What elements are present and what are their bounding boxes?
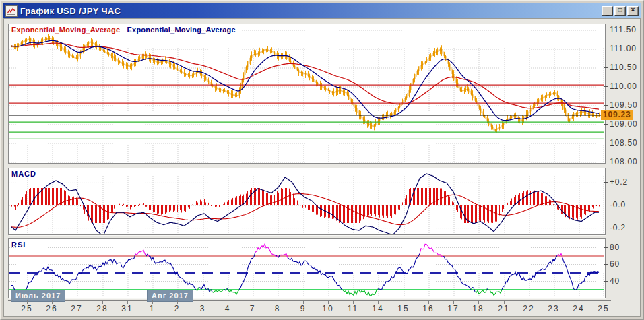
main-chart-panel: Exponential_Moving_Average Exponential_M… (8, 24, 606, 164)
date-label: 1 (150, 304, 156, 313)
rsi-line (420, 244, 443, 257)
rsi-line (135, 250, 146, 256)
price-scale-tick (604, 143, 608, 143)
close-icon: × (631, 7, 635, 13)
price-tick-label: 108.50 (610, 138, 638, 148)
price-scale-tick (604, 49, 608, 49)
price-scale-tick (604, 124, 608, 125)
window-title: График USD /JPY ЧАС (20, 6, 602, 16)
date-label: 17 (447, 304, 459, 313)
price-scale-tick (604, 30, 608, 30)
month-badge-august: Авг 2017 (147, 290, 193, 302)
candles-layer (11, 34, 600, 133)
month-badge-july: Июль 2017 (11, 290, 65, 302)
rsi-line (562, 258, 575, 290)
date-label: 26 (46, 304, 57, 313)
ema-legend-blue: Exponential_Moving_Average (127, 26, 236, 34)
date-label: 22 (523, 304, 534, 313)
rsi-chart[interactable] (9, 239, 605, 298)
price-tick-label: 109.00 (610, 119, 638, 129)
window-titlebar[interactable]: График USD /JPY ЧАС _ □ × (3, 3, 641, 18)
rsi-line (255, 244, 276, 256)
price-scale-tick (604, 105, 608, 106)
date-label: 16 (422, 304, 434, 313)
price-scale-tick (604, 162, 608, 162)
time-axis-line (8, 300, 611, 301)
macd-chart[interactable] (9, 168, 605, 234)
rsi-line (239, 252, 255, 290)
maximize-button[interactable]: □ (614, 6, 626, 16)
macd-tick-label: -0.0 (610, 200, 626, 210)
candlestick-chart[interactable] (9, 24, 605, 163)
chart-window: График USD /JPY ЧАС _ □ × Exponential_Mo… (0, 0, 644, 320)
date-label: 11 (348, 304, 358, 313)
date-label: 9 (300, 304, 307, 313)
date-label: 25 (21, 304, 32, 313)
minimize-button[interactable]: _ (602, 6, 613, 16)
minimize-icon: _ (606, 9, 610, 16)
date-label: 15 (397, 304, 409, 313)
price-scale-tick (604, 67, 608, 68)
date-label: 23 (548, 304, 559, 313)
date-label: 4 (225, 304, 231, 313)
rsi-panel: RSI (8, 238, 606, 298)
macd-tick-label: +0.2 (610, 177, 628, 187)
rsi-scale-tick (604, 247, 608, 248)
price-tick-label: 109.50 (610, 100, 638, 110)
price-tick-label: 111.50 (610, 25, 637, 34)
macd-scale-tick (604, 182, 608, 183)
ema-legend: Exponential_Moving_Average Exponential_M… (11, 26, 236, 34)
window-controls: _ □ × (602, 6, 639, 16)
close-button[interactable]: × (627, 6, 639, 16)
price-tick-label: 110.00 (610, 82, 637, 91)
date-label: 18 (472, 304, 484, 313)
date-label: 2 (174, 304, 181, 313)
rsi-tick-label: 80 (610, 243, 620, 252)
date-label: 28 (96, 304, 108, 313)
date-label: 8 (275, 304, 281, 313)
price-scale-tick (604, 86, 608, 87)
rsi-line (576, 271, 599, 290)
ema-legend-red: Exponential_Moving_Average (11, 26, 120, 34)
date-label: 10 (322, 304, 333, 313)
rsi-line (208, 288, 210, 292)
macd-tick-label: -0.2 (610, 223, 626, 232)
macd-label: MACD (11, 170, 36, 178)
rsi-line (228, 290, 239, 294)
rsi-label: RSI (11, 241, 26, 249)
date-label: 21 (498, 304, 509, 313)
rsi-scale-tick (604, 264, 608, 265)
maximize-icon: □ (618, 7, 622, 13)
current-price-tag: 109.23 (601, 110, 633, 120)
date-label: 24 (573, 304, 584, 313)
rsi-line (378, 254, 420, 290)
rsi-line (26, 254, 135, 289)
macd-scale-tick (604, 205, 608, 205)
date-label: 14 (372, 304, 383, 313)
rsi-tick-label: 60 (610, 259, 620, 269)
price-tick-label: 111.00 (610, 44, 637, 53)
macd-panel: MACD (8, 168, 606, 235)
chart-app-icon (5, 5, 18, 17)
rsi-tick-label: 40 (610, 276, 620, 286)
date-label: 31 (121, 304, 133, 313)
price-tick-label: 110.50 (610, 63, 637, 72)
price-tick-label: 108.00 (610, 157, 638, 166)
rsi-scale-tick (604, 281, 608, 282)
ema-fast-line (11, 40, 599, 120)
date-label: 25 (598, 304, 609, 313)
rsi-line (488, 290, 502, 296)
rsi-line (288, 258, 343, 290)
macd-scale-tick (604, 228, 608, 228)
date-label: 27 (71, 304, 82, 313)
date-label: 3 (200, 304, 206, 313)
date-label: 7 (250, 304, 256, 313)
